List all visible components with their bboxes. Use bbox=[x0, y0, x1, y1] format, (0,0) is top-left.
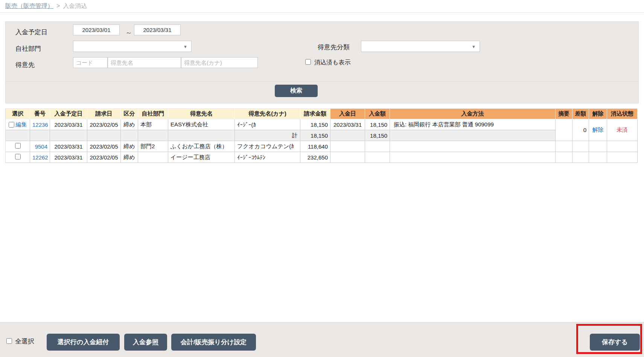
cell-payment-method bbox=[390, 141, 556, 152]
payment-due-date-from-input[interactable] bbox=[73, 24, 120, 35]
payment-due-date-label: 入金予定日 bbox=[15, 28, 47, 36]
table-row: 12262 2023/03/31 2023/02/05 締め イージー工務店 ｲ… bbox=[6, 152, 638, 163]
number-link[interactable]: 12236 bbox=[32, 122, 48, 128]
breadcrumb-current: 入金消込 bbox=[63, 3, 87, 9]
number-link[interactable]: 9504 bbox=[35, 143, 47, 150]
cell-empty bbox=[168, 130, 235, 141]
attach-payment-button[interactable]: 選択行の入金紐付 bbox=[47, 334, 120, 351]
cell-number: 9504 bbox=[30, 141, 50, 152]
cell-empty bbox=[50, 130, 87, 141]
customer-kana-input[interactable] bbox=[181, 57, 258, 68]
cell-release: 解除 bbox=[589, 119, 607, 141]
cell-empty bbox=[30, 130, 50, 141]
cell-empty bbox=[6, 130, 30, 141]
cell-clear-status: 未済 bbox=[607, 119, 638, 141]
col-release: 解除 bbox=[589, 109, 607, 119]
col-select: 選択 bbox=[6, 109, 30, 119]
cell-invoice-amount: 118,640 bbox=[300, 141, 330, 152]
row-select-checkbox[interactable] bbox=[15, 143, 21, 149]
breadcrumb-parent-link[interactable]: 販売（販売管理） bbox=[5, 3, 53, 9]
cell-note bbox=[556, 141, 572, 152]
select-all-checkbox[interactable] bbox=[6, 338, 12, 344]
date-range-tilde: ～ bbox=[125, 28, 132, 37]
cell-empty bbox=[121, 130, 138, 141]
breadcrumb-separator: > bbox=[56, 3, 60, 9]
col-note: 摘要 bbox=[556, 109, 572, 119]
cell-note bbox=[556, 119, 572, 141]
col-invoice-amount: 請求金額 bbox=[300, 109, 330, 119]
customer-name-input[interactable] bbox=[108, 57, 181, 68]
subtotal-row: 計 18,150 18,150 bbox=[6, 130, 638, 141]
cell-select bbox=[6, 152, 30, 163]
cell-invoice-amount: 18,150 bbox=[300, 119, 330, 130]
cell-select bbox=[6, 141, 30, 152]
save-button[interactable]: 保存する bbox=[590, 334, 640, 351]
release-link[interactable]: 解除 bbox=[592, 126, 604, 133]
cell-difference: 0 bbox=[572, 119, 589, 141]
col-payment-amount: 入金額 bbox=[365, 109, 390, 119]
cell-subtotal-invoice-amount: 18,150 bbox=[300, 130, 330, 141]
payment-due-date-to-input[interactable] bbox=[134, 24, 181, 35]
status-badge: 未済 bbox=[617, 126, 628, 133]
cell-release bbox=[589, 152, 607, 163]
col-due-date: 入金予定日 bbox=[50, 109, 87, 119]
show-cleared-label: 消込済も表示 bbox=[314, 59, 350, 67]
department-label: 自社部門 bbox=[15, 44, 41, 53]
bottom-action-bar: 全選択 選択行の入金紐付 入金参照 会計/販売振り分け設定 保存する bbox=[0, 322, 644, 357]
row-select-checkbox[interactable] bbox=[15, 154, 21, 160]
cell-payment-date: 2023/03/31 bbox=[330, 119, 365, 130]
cell-payment-date bbox=[330, 152, 365, 163]
col-payment-date: 入金日 bbox=[330, 109, 365, 119]
cell-payment-amount bbox=[365, 152, 390, 163]
cell-invoice-date: 2023/02/05 bbox=[87, 152, 121, 163]
header-divider bbox=[0, 12, 644, 13]
cell-difference bbox=[572, 152, 589, 163]
payment-reference-button[interactable]: 入金参照 bbox=[124, 334, 167, 351]
accounting-sales-allocation-button[interactable]: 会計/販売振り分け設定 bbox=[171, 334, 256, 351]
cell-invoice-date: 2023/02/05 bbox=[87, 119, 121, 130]
cell-department: 部門2 bbox=[138, 141, 168, 152]
col-customer-kana: 得意先名(カナ) bbox=[235, 109, 300, 119]
cell-payment-method bbox=[390, 152, 556, 163]
number-link[interactable]: 12262 bbox=[32, 154, 48, 161]
cell-department bbox=[138, 152, 168, 163]
col-clear-status: 消込状態 bbox=[607, 109, 638, 119]
chevron-down-icon: ▼ bbox=[472, 44, 476, 49]
cell-empty bbox=[330, 130, 365, 141]
department-select[interactable]: ▼ bbox=[73, 41, 192, 52]
cell-customer-name: EASY株式会社 bbox=[168, 119, 235, 130]
search-filter-panel: 入金予定日 ～ 自社部門 ▼ 得意先分類 ▼ 得意先 消込済も表示 検索 bbox=[5, 21, 639, 103]
cell-number: 12262 bbox=[30, 152, 50, 163]
cell-due-date: 2023/03/31 bbox=[50, 141, 87, 152]
cell-customer-kana: ｲｰｼﾞｰｺｳﾑﾃﾝ bbox=[235, 152, 300, 163]
cell-invoice-amount: 232,650 bbox=[300, 152, 330, 163]
cell-select: 編集 bbox=[6, 119, 30, 130]
edit-link[interactable]: 編集 bbox=[16, 121, 27, 128]
payment-clearing-table: 選択 番号 入金予定日 請求日 区分 自社部門 得意先名 得意先名(カナ) 請求… bbox=[5, 108, 638, 163]
cell-difference bbox=[572, 141, 589, 152]
cell-invoice-date: 2023/02/05 bbox=[87, 141, 121, 152]
breadcrumb: 販売（販売管理）>入金消込 bbox=[5, 2, 87, 10]
col-number: 番号 bbox=[30, 109, 50, 119]
col-invoice-date: 請求日 bbox=[87, 109, 121, 119]
search-button[interactable]: 検索 bbox=[275, 85, 318, 97]
table-header-row: 選択 番号 入金予定日 請求日 区分 自社部門 得意先名 得意先名(カナ) 請求… bbox=[6, 109, 638, 119]
customer-category-select[interactable]: ▼ bbox=[361, 41, 480, 52]
cell-payment-method: 振込: 福岡銀行 本店営業部 普通 909099 bbox=[390, 119, 556, 130]
cell-customer-name: ふくおか工務店（株） bbox=[168, 141, 235, 152]
cell-empty bbox=[138, 130, 168, 141]
customer-code-input[interactable] bbox=[73, 57, 108, 68]
cell-payment-amount: 18,150 bbox=[365, 119, 390, 130]
panel-divider bbox=[6, 81, 638, 82]
cell-subtotal-payment-amount: 18,150 bbox=[365, 130, 390, 141]
cell-empty bbox=[390, 130, 556, 141]
cell-due-date: 2023/03/31 bbox=[50, 152, 87, 163]
col-category: 区分 bbox=[121, 109, 138, 119]
cell-category: 締め bbox=[121, 141, 138, 152]
show-cleared-checkbox[interactable] bbox=[305, 59, 311, 65]
cell-due-date: 2023/03/31 bbox=[50, 119, 87, 130]
customer-label: 得意先 bbox=[15, 61, 35, 69]
cell-clear-status bbox=[607, 152, 638, 163]
cell-customer-kana: フクオカコウムテン(ｶ bbox=[235, 141, 300, 152]
row-select-checkbox[interactable] bbox=[9, 122, 14, 128]
